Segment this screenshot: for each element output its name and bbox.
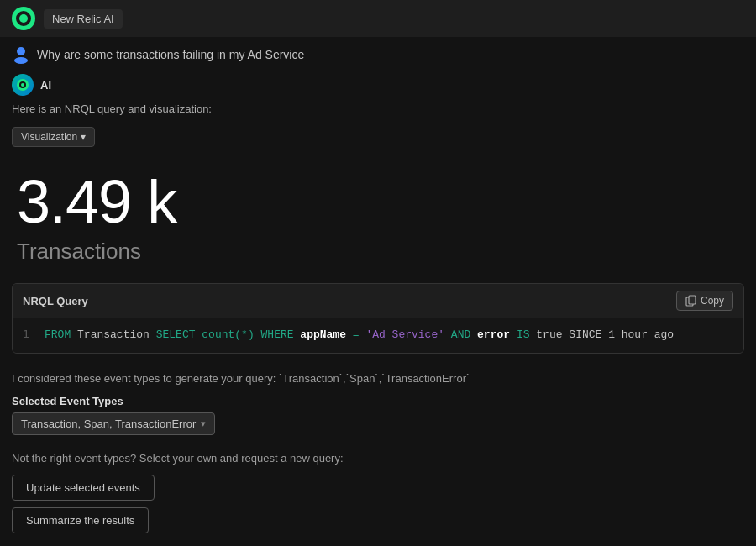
- nrql-code-line: 1 FROM Transaction SELECT count(*) WHERE…: [23, 327, 733, 344]
- ai-label: AI: [40, 79, 51, 92]
- nrql-code: FROM Transaction SELECT count(*) WHERE a…: [45, 327, 674, 344]
- line-number: 1: [23, 328, 34, 340]
- nrql-code-area: 1 FROM Transaction SELECT count(*) WHERE…: [13, 318, 743, 353]
- ai-avatar: [12, 74, 34, 96]
- copy-icon: [685, 295, 696, 307]
- token-and: AND: [451, 328, 470, 341]
- metric-container: 3.49 k Transactions: [0, 155, 756, 273]
- token-val: 'Ad Service': [365, 328, 444, 341]
- ai-logo-icon: [16, 78, 29, 92]
- svg-point-4: [14, 57, 28, 64]
- metric-value: 3.49 k: [17, 169, 739, 235]
- metric-label: Transactions: [17, 239, 739, 265]
- ai-intro-text: Here is an NRQL query and visualization:: [0, 99, 756, 123]
- nrql-header: NRQL Query Copy: [13, 284, 743, 318]
- visualization-button-label: Visualization: [21, 131, 77, 143]
- nrql-section: NRQL Query Copy 1 FROM Transaction SELEC…: [12, 283, 744, 354]
- visualization-button[interactable]: Visualization ▾: [12, 127, 95, 147]
- viz-dropdown-icon: ▾: [81, 131, 86, 143]
- token-from: FROM: [45, 328, 71, 341]
- header-title: New Relic AI: [44, 9, 123, 29]
- page-container: New Relic AI Why are some transactions f…: [0, 0, 756, 546]
- action-buttons: Update selected events Summarize the res…: [0, 471, 756, 540]
- token-true: true: [536, 328, 562, 341]
- not-right-text: Not the right event types? Select your o…: [0, 444, 756, 471]
- token-since: SINCE 1 hour ago: [569, 328, 674, 341]
- svg-rect-9: [689, 296, 696, 304]
- svg-point-7: [21, 83, 24, 87]
- header-bar: New Relic AI: [0, 0, 756, 37]
- token-is: IS: [517, 328, 530, 341]
- copy-button-label: Copy: [701, 295, 724, 307]
- event-types-dropdown[interactable]: Transaction, Span, TransactionError ▾: [12, 412, 215, 435]
- copy-button[interactable]: Copy: [676, 291, 733, 311]
- token-eq: =: [353, 328, 360, 341]
- user-icon: [12, 45, 30, 64]
- token-table: Transaction: [77, 328, 150, 341]
- considered-text: I considered these event types to genera…: [0, 364, 756, 390]
- new-relic-logo: [12, 7, 35, 30]
- dropdown-arrow-icon: ▾: [201, 418, 206, 429]
- token-error: error: [477, 328, 510, 341]
- event-types-value: Transaction, Span, TransactionError: [21, 417, 196, 430]
- svg-point-2: [19, 14, 28, 23]
- viz-button-row: Visualization ▾: [0, 123, 756, 155]
- summarize-results-button[interactable]: Summarize the results: [12, 507, 149, 533]
- token-fn: count(*): [202, 328, 254, 341]
- selected-types-label: Selected Event Types: [12, 395, 744, 407]
- selected-types-section: Selected Event Types Transaction, Span, …: [0, 390, 756, 444]
- token-select: SELECT: [156, 328, 196, 341]
- token-field: appName: [300, 328, 346, 341]
- ai-row: AI: [0, 69, 756, 99]
- token-where: WHERE: [261, 328, 294, 341]
- question-text: Why are some transactions failing in my …: [37, 48, 304, 61]
- update-selected-events-button[interactable]: Update selected events: [12, 475, 155, 501]
- nrql-title: NRQL Query: [23, 295, 88, 307]
- question-row: Why are some transactions failing in my …: [0, 37, 756, 69]
- svg-point-3: [17, 47, 25, 55]
